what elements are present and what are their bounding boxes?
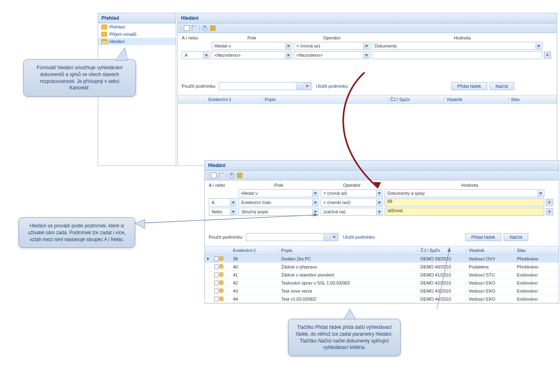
toolbar: [205, 171, 559, 180]
combo-field[interactable]: = (rovná se): [294, 42, 370, 50]
save-condition-link[interactable]: Uložit podmínku: [343, 235, 375, 239]
action-icon[interactable]: [219, 173, 224, 178]
grid-col-popis[interactable]: Popis: [262, 97, 388, 102]
chevron-down-icon[interactable]: [285, 43, 291, 49]
grid-col-vlastnik[interactable]: Vlastník: [444, 97, 509, 102]
value-input[interactable]: [372, 51, 542, 59]
cell-evc: 39: [231, 256, 279, 261]
load-button[interactable]: Načíst: [490, 82, 514, 90]
combo-field[interactable]: A: [182, 51, 210, 59]
callout-1: Formulář hledání umožňuje vyhledávání do…: [23, 59, 136, 97]
value-input[interactable]: 68: [385, 198, 544, 206]
use-condition-label: Použít podmínku:: [182, 84, 216, 89]
chevron-down-icon[interactable]: [203, 52, 209, 58]
chevron-down-icon[interactable]: [312, 199, 318, 206]
cell-vlastnik: Vedoucí OVV: [466, 256, 515, 261]
new-icon[interactable]: [211, 173, 216, 178]
sidebar-item[interactable]: Přehled: [98, 23, 176, 31]
value-input[interactable]: stížnost: [385, 208, 544, 216]
action-row: Použít podmínku: Uložit podmínku Přidat …: [209, 231, 555, 243]
cell-evc: 43: [231, 289, 279, 293]
help-icon[interactable]: [202, 25, 208, 31]
table-row[interactable]: 43Test nove verzeDEMO 43/2010Vedoucí EKO…: [205, 287, 559, 295]
chevron-down-icon[interactable]: [535, 43, 541, 49]
lock-icon: [219, 264, 223, 268]
row-pointer-icon: [207, 257, 209, 260]
edit-icon[interactable]: [237, 173, 243, 178]
table-row[interactable]: 39Dodání 2ks PCDEMO 39/2010Vedoucí OVVPř…: [205, 255, 559, 263]
chevron-down-icon[interactable]: [312, 190, 318, 196]
combo-field[interactable]: (začíná na): [321, 208, 383, 216]
sidebar-item[interactable]: Hledání: [98, 38, 176, 45]
add-row-button[interactable]: Přidat řádek: [451, 82, 487, 90]
chevron-down-icon[interactable]: [363, 43, 369, 49]
combo-value: Evidenční číslo: [241, 200, 271, 205]
grid-col-stav[interactable]: Stav: [509, 97, 557, 102]
cell-cj: DEMO 41/2010: [418, 272, 466, 277]
sidebar-title: Přehled: [98, 13, 176, 23]
chevron-down-icon[interactable]: [376, 199, 382, 206]
combo-field[interactable]: Dokumenty: [372, 42, 542, 50]
combo-field[interactable]: A: [209, 198, 237, 206]
dropdown-icon[interactable]: [296, 83, 304, 90]
delete-row-icon[interactable]: [546, 208, 553, 215]
combo-field[interactable]: Hledat v: [239, 189, 319, 197]
load-button[interactable]: Načíst: [504, 233, 528, 241]
folder-icon: [101, 39, 107, 44]
combo-field[interactable]: = (rovná se): [321, 189, 383, 197]
folder-icon: [101, 32, 107, 37]
row-icons: [213, 289, 231, 293]
chevron-down-icon[interactable]: [363, 52, 369, 58]
save-condition-link[interactable]: Uložit podmínku: [316, 84, 348, 89]
grid-col-stav[interactable]: Stav: [515, 248, 559, 253]
chevron-down-icon[interactable]: [537, 190, 543, 196]
grid-col-evc[interactable]: Evidenční č.: [206, 97, 262, 102]
table-row[interactable]: 40Žádost o přepravuDEMO 40/2010Podatelna…: [205, 263, 559, 271]
grid-col-cj[interactable]: ČJ / SpZn: [388, 97, 444, 102]
add-row-button[interactable]: Přidat řádek: [465, 233, 501, 241]
use-condition-combo[interactable]: [219, 82, 311, 90]
combo-value: Nebo: [212, 209, 222, 214]
combo-value: A: [185, 53, 187, 58]
grid-col-cj[interactable]: ČJ / SpZn: [418, 248, 466, 253]
combo-field[interactable]: Evidenční číslo: [239, 198, 319, 206]
grid-col-popis[interactable]: Popis: [279, 248, 418, 253]
chevron-down-icon[interactable]: [312, 208, 318, 215]
edit-icon[interactable]: [210, 25, 216, 31]
col-hodnota: Hodnota: [372, 35, 553, 40]
combo-field[interactable]: <Nezvoleno>: [294, 51, 370, 59]
combo-field[interactable]: Hledat v: [212, 42, 292, 50]
combo-field[interactable]: Dokumenty a spisy: [385, 189, 544, 197]
help-icon[interactable]: [229, 173, 235, 178]
col-anebo: A / nebo: [209, 183, 237, 188]
condition-area: A / nebo Pole Operátor Hodnota Hledat v=…: [205, 180, 559, 246]
callout-2: Hledání se provádí podle podmínek, které…: [19, 217, 135, 248]
new-icon[interactable]: [184, 25, 189, 31]
chevron-down-icon[interactable]: [376, 208, 382, 215]
delete-row-icon[interactable]: [544, 52, 551, 59]
search-panel-top: Hledání A / nebo Pole Operátor Hodnota H…: [177, 13, 557, 166]
grid-col-vlastnik[interactable]: Vlastník: [466, 248, 515, 253]
table-row[interactable]: 42Testování úprav v SSL 1.03.03/002DEMO …: [205, 279, 559, 287]
use-condition-combo[interactable]: [246, 233, 338, 241]
table-row[interactable]: 44Test v1.03.03/002DEMO 44/2010Vedoucí E…: [205, 295, 559, 303]
combo-field[interactable]: <Nezvoleno>: [212, 51, 292, 59]
combo-field[interactable]: Nebo: [209, 208, 237, 216]
sidebar-item[interactable]: Příjem emailů: [98, 31, 176, 38]
dropdown-icon[interactable]: [323, 233, 331, 241]
col-pole: Pole: [239, 183, 319, 188]
document-icon: [214, 264, 218, 269]
chevron-down-icon[interactable]: [230, 199, 236, 206]
chevron-down-icon[interactable]: [230, 208, 236, 215]
clear-condition-icon[interactable]: [304, 83, 311, 90]
results-grid: Evidenční č. Popis ČJ / SpZn Vlastník St…: [178, 95, 557, 104]
table-row[interactable]: 41Žádost o stavební povoleníDEMO 41/2010…: [205, 271, 559, 279]
clear-condition-icon[interactable]: [331, 233, 338, 241]
grid-col-evc[interactable]: Evidenční č.: [231, 248, 279, 253]
action-icon[interactable]: [192, 26, 197, 31]
delete-row-icon[interactable]: [546, 199, 553, 206]
chevron-down-icon[interactable]: [285, 52, 291, 58]
combo-field[interactable]: Stručný popis: [239, 208, 319, 216]
chevron-down-icon[interactable]: [376, 190, 382, 196]
combo-field[interactable]: < (menší než): [321, 198, 383, 206]
